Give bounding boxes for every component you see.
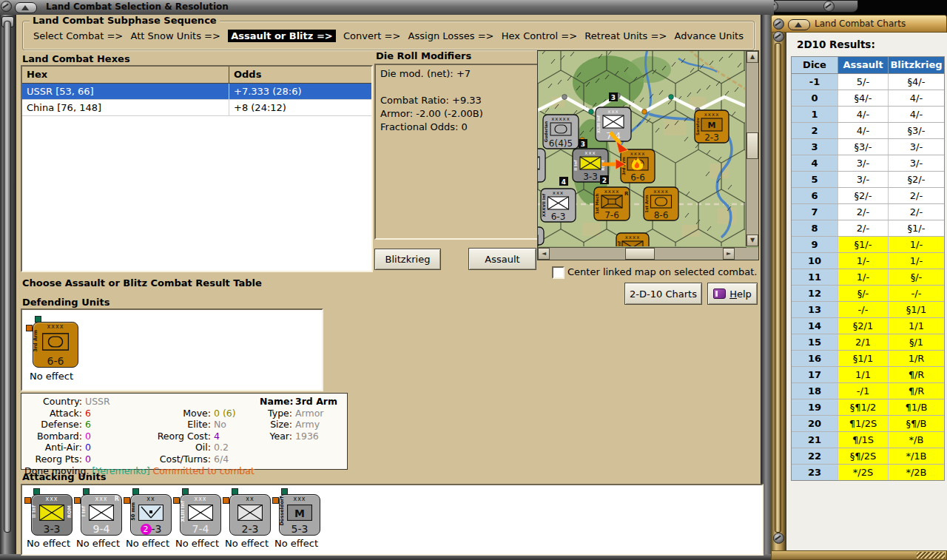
map-unit-xxxvii-inf[interactable]: xxxXXXVII Inf6-3: [541, 189, 576, 222]
details-cell: Anti-Air:: [21, 442, 85, 453]
chart-row-18: 18-/1¶/R: [792, 383, 944, 399]
map-unit-saratov[interactable]: xxxxSaratovM2-3: [695, 110, 729, 143]
chart-row-7: 72/-2/-: [792, 204, 944, 220]
unit-status: No effect: [76, 538, 120, 549]
status-dot-orange-icon: [124, 497, 130, 504]
svg-text:xxxx: xxxx: [653, 189, 669, 195]
assault-result: 1/-: [838, 253, 888, 269]
unit-counter-2-3[interactable]: xx2-3: [229, 494, 271, 536]
unit-counter-3rd-arm[interactable]: xxxx3rd Arm6-6: [33, 322, 78, 368]
blitzkrieg-result: */2B: [888, 465, 944, 480]
col-odds: Odds: [229, 67, 371, 83]
svg-text:xxx: xxx: [584, 150, 596, 156]
details-cell: 0 (6): [214, 408, 260, 419]
sequence-steps: Select Combat =>Att Snow Units =>Assault…: [23, 21, 754, 50]
svg-text:3: 3: [581, 141, 585, 148]
hex-row-china-76-148[interactable]: China [76, 148]+8 (24:12): [22, 100, 371, 116]
main-titlebar[interactable]: Land Combat Selection & Resolution: [0, 0, 774, 16]
help-button[interactable]: Help: [707, 283, 758, 305]
svg-text:xxxx: xxxx: [630, 151, 646, 157]
chart-row--1: -15/-§4/-: [792, 74, 944, 90]
dice-value: 11: [792, 269, 838, 285]
sequence-step-hex-control: Hex Control =>: [502, 30, 577, 41]
map-unit-1st-arm[interactable]: xxxx1st Arm8-6: [644, 187, 678, 220]
unit-counter-d-sseldorf[interactable]: xxxDüsseldorfM5-3: [279, 494, 320, 536]
details-cell: Bombard:: [21, 431, 85, 442]
map-unit-3rd-arm[interactable]: xxxx3rd Arm6-6: [621, 149, 655, 183]
blitzkrieg-result: §2/-: [888, 172, 944, 187]
dice-value: 5: [792, 172, 838, 187]
chart-row-10: 101/-1/-: [792, 253, 944, 269]
blitzkrieg-result: 1/-: [888, 253, 944, 269]
charts-titlebar[interactable]: Land Combat Charts: [771, 15, 947, 33]
svg-text:1st Mech: 1st Mech: [595, 193, 599, 214]
blitzkrieg-result: §1/1: [888, 302, 944, 317]
svg-text:XLIII Inf: XLIII Inf: [596, 115, 601, 133]
blitzkrieg-result: §1/-: [888, 220, 944, 236]
assault-button[interactable]: Assault: [468, 248, 536, 270]
blitzkrieg-result: 3/-: [888, 155, 944, 171]
scroll-up-icon[interactable]: ▲: [747, 51, 758, 63]
center-map-checkbox[interactable]: [552, 266, 565, 279]
map-unit-7-4[interactable]: xxx7-4: [538, 149, 545, 182]
dice-value: 14: [792, 318, 838, 334]
assault-result: §2/1: [838, 318, 888, 334]
chart-row-8: 82/-§1/-: [792, 220, 944, 237]
unit-size-label: xx: [131, 496, 171, 502]
chart-row-9: 9§1/-1/-: [792, 237, 944, 253]
svg-text:M: M: [708, 121, 716, 130]
dice-value: -1: [792, 74, 838, 90]
map-panel[interactable]: xxx7-4xxxxxGuderian6(4)5xxxXLIII Inf7-4x…: [537, 50, 759, 260]
blitzkrieg-result: 3/-: [888, 139, 944, 155]
details-cell: Name:: [260, 396, 295, 408]
scroll-right-icon[interactable]: ►: [723, 248, 735, 260]
details-cell: Cost/Turns:: [128, 453, 214, 465]
chart-row-14: 14§2/11/1: [792, 318, 944, 334]
details-cell: Size:: [260, 419, 295, 431]
svg-text:xxxx: xxxx: [604, 189, 620, 195]
unit-counter-ii-inf[interactable]: xxxII InfROM3-3: [31, 494, 73, 536]
unit-counter-50-mm[interactable]: xx50 mm2-3: [130, 494, 172, 536]
details-cell: 0: [85, 442, 128, 453]
map-unit-1st-mech[interactable]: xxxx1st MechR7-6: [594, 187, 630, 220]
screw-icon: [823, 1, 835, 12]
scroll-left-icon[interactable]: ◄: [538, 248, 550, 260]
hex-cell: USSR [53, 66]: [22, 84, 229, 99]
map-vertical-scrollbar[interactable]: ▲ ▼: [746, 51, 758, 246]
assault-result: §¶1/2: [838, 399, 888, 415]
chart-row-12: 12§/--/-: [792, 286, 944, 302]
details-cell: Attack:: [21, 408, 85, 419]
h-scroll-thumb[interactable]: [625, 248, 655, 260]
blitzkrieg-button[interactable]: Blitzkrieg: [374, 249, 441, 270]
status-dot-orange-icon: [223, 497, 229, 504]
scroll-down-icon[interactable]: ▼: [747, 235, 758, 246]
details-cell: Elite:: [128, 419, 214, 431]
details-cell: Defense:: [21, 419, 85, 431]
dice-value: 12: [792, 286, 838, 301]
land-combat-window: Land Combat Selection & Resolution Land …: [0, 0, 774, 560]
unit-counter-i-inf[interactable]: xxxI InfR9-4: [81, 494, 122, 536]
hex-map[interactable]: xxx7-4xxxxxGuderian6(4)5xxxXLIII Inf7-4x…: [538, 51, 745, 246]
svg-text:xxxx: xxxx: [625, 235, 641, 240]
v-scroll-thumb[interactable]: [747, 132, 758, 159]
odds-cell: +7.333 (28:6): [229, 84, 371, 99]
collapse-button[interactable]: [15, 2, 37, 13]
2d10-charts-button[interactable]: 2-D-10 Charts: [624, 283, 702, 305]
chart-row-3: 3§3/-3/-: [792, 139, 944, 155]
blitzkrieg-result: ¶/R: [888, 367, 944, 382]
assault-result: 2/-: [838, 220, 888, 236]
map-unit-unit[interactable]: xxx: [538, 227, 544, 246]
charts-collapse-button[interactable]: [788, 19, 810, 30]
hex-row-ussr-53-66[interactable]: USSR [53, 66]+7.333 (28:6): [22, 84, 371, 100]
map-unit-inf[interactable]: xxxxInf: [616, 233, 649, 246]
chart-heading: 2D10 Results:: [797, 38, 875, 50]
details-cell: 6: [85, 419, 128, 431]
details-cell: Oil:: [128, 442, 214, 453]
resize-grip-icon[interactable]: [917, 552, 945, 559]
map-horizontal-scrollbar[interactable]: ◄ ►: [538, 247, 747, 260]
svg-text:6-6: 6-6: [630, 172, 645, 183]
map-unit-guderian[interactable]: xxxxxGuderian6(4)5: [543, 115, 579, 149]
assault-result: §¶/2S: [838, 448, 888, 464]
unit-counter-xliii-inf[interactable]: xxxXLIII Inf7-4: [180, 494, 221, 536]
chart-table-header: Dice Assault Blitzkrieg: [792, 57, 944, 74]
